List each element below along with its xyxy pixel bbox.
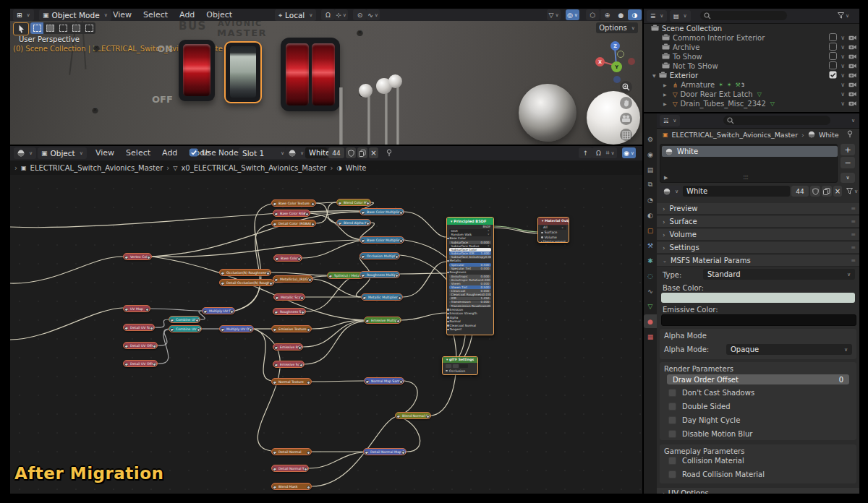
toggle-ortho-button[interactable] — [620, 129, 632, 141]
shading-rendered-icon[interactable]: ◯ — [642, 9, 642, 20]
section-settings[interactable]: ›Settings≡ — [657, 242, 859, 254]
transform-orientation-dropdown[interactable]: ⌖ Local ∨ — [275, 9, 316, 21]
expander-icon[interactable]: ▼ — [652, 73, 656, 78]
new-material-copy-icon[interactable] — [822, 186, 832, 197]
filter-dropdown[interactable]: ▽∨ — [547, 9, 561, 20]
exclude-checkbox[interactable] — [829, 61, 837, 71]
node-detail-normal-map-sampler[interactable]: ▸Detail Normal Map Sampler — [363, 448, 407, 455]
node-emissive-scale[interactable]: ▸Emissive Scale — [273, 361, 305, 368]
outliner-row-scene-collection[interactable]: Scene Collection — [644, 24, 859, 33]
camera-visibility-icon[interactable] — [848, 53, 856, 61]
bsdf-row-anisotropic-rotation[interactable]: Anisotropic Rotation0.000 — [449, 278, 491, 282]
camera-visibility-icon[interactable] — [848, 81, 856, 89]
bsdf-row-subsurface-radius[interactable]: Subsurface Radius∨ — [449, 244, 491, 248]
material-name-field[interactable]: White — [305, 147, 327, 158]
checkbox-don-t-cast-shadows[interactable]: Don't Cast Shadows — [668, 389, 754, 397]
properties-search-input[interactable] — [723, 116, 830, 125]
node-emissive-multiplier[interactable]: ▸Emissive Multiplier — [364, 317, 401, 324]
gizmo-y-axis[interactable]: Y — [611, 61, 622, 72]
shading-material-icon[interactable]: ◑ — [628, 9, 642, 20]
node-editor-type-dropdown[interactable]: ∨ — [14, 147, 36, 159]
gizmo-x-neg[interactable] — [628, 58, 635, 65]
camera-visibility-icon[interactable] — [848, 62, 856, 70]
fake-user-shield-icon[interactable] — [810, 186, 820, 197]
gizmo-x-axis[interactable]: X — [595, 57, 605, 66]
node-editor-canvas[interactable]: ▸Base Color Texture▸Base Color RGB▸Detai… — [10, 160, 642, 494]
bsdf-row-anisotropic[interactable]: Anisotropic0.000 — [449, 275, 491, 278]
node-detail-color-rgba[interactable]: ▸Detail Color (RGBA) — [271, 220, 316, 227]
tab-object-data[interactable]: ▽ — [644, 299, 657, 313]
bsdf-row-transmission[interactable]: Transmission0.000 — [449, 301, 491, 304]
gizmo-y-neg[interactable] — [617, 51, 624, 58]
checkbox-road-collision-material[interactable]: Road Collision Material — [668, 470, 765, 478]
slot-dropdown[interactable]: Slot 1∨ — [239, 147, 288, 159]
properties-editor-type-dropdown[interactable]: ☵∨ — [660, 115, 680, 126]
bsdf-row-subsurface-anisotropy[interactable]: Subsurface Anisotropy0.000 — [449, 255, 491, 259]
users-count-button[interactable]: 44 — [328, 147, 344, 158]
switch-1[interactable] — [179, 40, 215, 101]
switch-2-selected[interactable] — [224, 41, 262, 103]
section-surface[interactable]: ›Surface≡ — [657, 216, 859, 228]
tab-output[interactable]: ▤ — [644, 163, 657, 176]
bsdf-row-sheen[interactable]: Sheen0.000 — [449, 282, 491, 285]
menu-add[interactable]: Add — [156, 147, 183, 158]
breadcrumb-electrical-switch-avionics-master[interactable]: ELECTRICAL_Switch_Avionics_Master — [30, 164, 163, 172]
mode-dropdown[interactable]: ▣ Object Mode ∨ — [39, 9, 111, 21]
node-occlusion-r-roughness-g-metallic-b[interactable]: ▸Occlusion(R) Roughness(G) Metallic(B) — [219, 269, 271, 276]
exclude-checkbox[interactable] — [829, 43, 837, 52]
bsdf-row-roughness[interactable]: Roughness — [447, 270, 493, 274]
section-preview[interactable]: ›Preview≡ — [657, 203, 859, 215]
remove-slot-button[interactable]: − — [841, 157, 855, 168]
node-multiply-uv-offset[interactable]: ▸Multiply UV Offset — [219, 325, 254, 332]
output-input-displacement[interactable]: Displacement — [538, 240, 569, 243]
bsdf-row-random-walk[interactable]: Random Walk∨ — [449, 233, 491, 236]
output-target-dropdown[interactable]: All∨ — [540, 225, 566, 231]
pan-hand-button[interactable] — [620, 97, 632, 109]
bsdf-row-specular-tint[interactable]: Specular Tint0.000 — [449, 267, 491, 270]
outliner-search-input[interactable] — [700, 11, 787, 20]
node-snap-dropdown[interactable]: ⌗∨ — [603, 147, 617, 158]
node-detail-uv-offset-v[interactable]: ▸Detail UV Offset V — [123, 360, 158, 367]
outliner-row-archive[interactable]: Archive∨ — [644, 43, 859, 52]
emissive-color-swatch[interactable] — [661, 314, 856, 326]
bsdf-row-bsdf[interactable]: BSDF — [447, 225, 493, 228]
breadcrumb-object-name[interactable]: ELECTRICAL_Switch_Avionics_Master — [672, 131, 799, 139]
node-blend-color-map[interactable]: ▸Blend Color Map — [336, 199, 371, 206]
checkbox-day-night-cycle[interactable]: Day Night Cycle — [668, 416, 740, 424]
active-tool-tweak-button[interactable] — [13, 22, 29, 35]
bsdf-row-ior[interactable]: IOR1.450 — [449, 297, 491, 301]
node-material-output[interactable]: ▾ Material Output All∨SurfaceVolumeDispl… — [537, 217, 569, 243]
snap-settings-dropdown[interactable]: ⊹∨ — [334, 9, 348, 20]
unlink-close-icon[interactable]: × — [833, 186, 842, 197]
gltf-header[interactable]: ▾ glTF Settings — [443, 357, 477, 363]
node-principled-bsdf[interactable]: ▾ Principled BSDF BSDFGGX∨Random Walk∨Ba… — [446, 217, 494, 335]
base-color-swatch[interactable] — [661, 293, 855, 303]
shading-wireframe-icon[interactable]: ⊕ — [600, 9, 614, 20]
section-msfs-material-params[interactable]: ⌄ MSFS Material Params≡ — [657, 255, 859, 267]
chevron-down-icon[interactable]: ∨ — [841, 82, 845, 88]
node-metallic-multiplier[interactable]: ▸Metallic Multiplier — [361, 293, 403, 301]
node-metallic-u-r-g-map[interactable]: ▸Metallic(u)_(R)(G) Map — [273, 275, 313, 283]
go-to-parent-icon[interactable]: ↑ — [579, 147, 592, 158]
breadcrumb-x0-electrical-switch-avionics-master[interactable]: x0_ELECTRICAL_Switch_Avionics_Master — [181, 164, 326, 172]
pin-icon[interactable] — [846, 130, 854, 139]
material-browse-dropdown[interactable]: ∨ — [285, 147, 307, 159]
menu-view[interactable]: View — [90, 147, 120, 158]
node-normal-texture[interactable]: ▸Normal Texture — [271, 378, 312, 385]
node-uv-map[interactable]: ▸UV Map — [123, 305, 150, 312]
node-base-color-multiplier-rgb[interactable]: ▸Base Color Multiplier RGB — [359, 236, 404, 244]
bsdf-row-specular[interactable]: Specular0.500 — [449, 263, 491, 267]
bsdf-row-transmission-roughness[interactable]: Transmission Roughness0.000 — [449, 304, 491, 308]
menu-object[interactable]: Object — [200, 9, 238, 20]
camera-visibility-icon[interactable] — [848, 72, 856, 79]
node-base-color-texture[interactable]: ▸Base Color Texture — [271, 199, 316, 207]
camera-visibility-icon[interactable] — [848, 100, 856, 108]
node-overlays-dropdown[interactable]: ◉∨ — [622, 147, 636, 158]
node-detail-uv-scale[interactable]: ▸Detail UV Scale — [123, 324, 155, 331]
expander-icon[interactable]: ▶ — [663, 101, 667, 106]
alpha-mode-dropdown[interactable]: Opaque∨ — [726, 344, 852, 355]
expander-icon[interactable]: ▶ — [663, 92, 667, 97]
proportional-edit-icon[interactable]: ⊙ — [353, 9, 367, 20]
bsdf-row-subsurface-color[interactable]: Subsurface Color — [449, 248, 491, 252]
principled-header[interactable]: ▾ Principled BSDF — [447, 218, 493, 225]
